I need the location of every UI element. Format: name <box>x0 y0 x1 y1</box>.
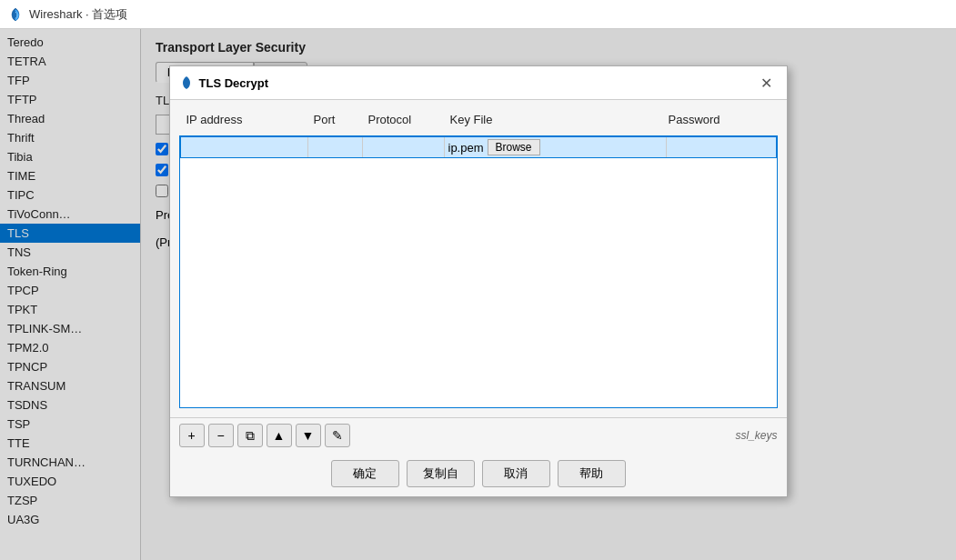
edit-entry-button[interactable]: ✎ <box>325 424 350 447</box>
table-row[interactable]: ip.pem Browse <box>180 136 777 158</box>
app-title: Wireshark · 首选项 <box>29 6 127 23</box>
col-password: Password <box>665 111 774 128</box>
col-ip-address: IP address <box>183 111 310 128</box>
add-entry-button[interactable]: + <box>179 424 205 447</box>
dialog-actions: 确定 复制自 取消 帮助 <box>170 453 787 496</box>
move-down-button[interactable]: ▼ <box>296 424 321 447</box>
cell-ip <box>181 137 308 157</box>
dialog-toolbar: + − ⧉ ▲ ▼ ✎ ssl_keys <box>170 417 787 453</box>
dialog-body: IP address Port Protocol Key File Passwo… <box>170 100 787 417</box>
cell-password <box>667 137 776 157</box>
browse-button[interactable]: Browse <box>488 139 540 155</box>
title-bar: Wireshark · 首选项 <box>0 0 956 29</box>
ok-button[interactable]: 确定 <box>331 460 399 487</box>
remove-entry-button[interactable]: − <box>208 424 234 447</box>
move-up-button[interactable]: ▲ <box>267 424 292 447</box>
tls-decrypt-dialog: TLS Decrypt ✕ IP address Port Protocol K… <box>169 65 788 497</box>
dialog-close-button[interactable]: ✕ <box>756 72 778 94</box>
table-body: ip.pem Browse <box>179 135 778 408</box>
cell-keyfile: ip.pem Browse <box>445 137 667 157</box>
col-key-file: Key File <box>447 111 665 128</box>
col-protocol: Protocol <box>365 111 447 128</box>
dialog-title: TLS Decrypt <box>199 76 750 90</box>
key-file-value: ip.pem <box>448 141 484 155</box>
cell-protocol <box>363 137 445 157</box>
help-button[interactable]: 帮助 <box>558 460 626 487</box>
copy-from-button[interactable]: 复制自 <box>407 460 475 487</box>
ssl-keys-label: ssl_keys <box>735 429 777 442</box>
cancel-button[interactable]: 取消 <box>482 460 550 487</box>
app-icon <box>7 6 24 23</box>
cell-port <box>308 137 363 157</box>
table-header: IP address Port Protocol Key File Passwo… <box>179 109 778 130</box>
col-port: Port <box>310 111 365 128</box>
copy-entry-button[interactable]: ⧉ <box>237 424 263 447</box>
dialog-icon <box>179 75 194 90</box>
dialog-titlebar: TLS Decrypt ✕ <box>170 66 787 100</box>
dialog-overlay: TLS Decrypt ✕ IP address Port Protocol K… <box>0 29 956 560</box>
